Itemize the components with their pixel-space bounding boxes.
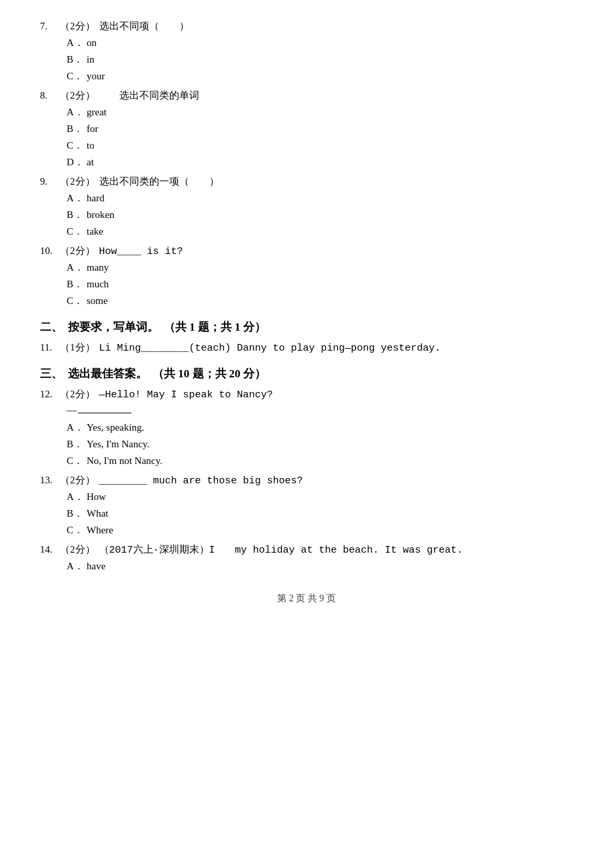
q9-score: （2分） bbox=[60, 175, 95, 188]
q10-optB-text: much bbox=[87, 279, 109, 290]
q10-text: How____ is it? bbox=[99, 246, 574, 257]
page-footer: 第 2 页 共 9 页 bbox=[40, 593, 573, 605]
q7-optB-text: in bbox=[87, 54, 95, 65]
q9-optB-text: broken bbox=[87, 209, 115, 221]
q13-score: （2分） bbox=[60, 474, 95, 487]
q10-optC: C． some bbox=[40, 295, 573, 307]
q12-optB-label: B． bbox=[67, 438, 87, 451]
q10-optA: A． many bbox=[40, 261, 573, 274]
section1-questions: 7. （2分） 选出不同项（ ） A． on B． in C． your 8. … bbox=[40, 20, 573, 307]
q13-text: ________ much are those big shoes? bbox=[99, 475, 574, 487]
q9-optC: C． take bbox=[40, 225, 573, 238]
q9-num: 9. bbox=[40, 176, 60, 187]
q12-optA-label: A． bbox=[67, 421, 87, 434]
q9-optB: B． broken bbox=[40, 209, 573, 221]
q8-optB-text: for bbox=[87, 123, 99, 135]
q14-optA-label: A． bbox=[67, 560, 87, 573]
q9-optC-text: take bbox=[87, 226, 103, 237]
q12-blank bbox=[78, 413, 131, 413]
section2-header: 二、 按要求，写单词。 （共 1 题；共 1 分） bbox=[40, 319, 573, 335]
q8-optC-text: to bbox=[87, 140, 95, 151]
footer-text: 第 2 页 共 9 页 bbox=[277, 593, 336, 603]
q13-optA-label: A． bbox=[67, 491, 87, 503]
q10-optA-text: many bbox=[87, 262, 109, 273]
q12-optB: B． Yes, I'm Nancy. bbox=[40, 438, 573, 451]
question-13: 13. （2分） ________ much are those big sho… bbox=[40, 474, 573, 537]
q10-optB-label: B． bbox=[67, 278, 87, 291]
section2-summary: （共 1 题；共 1 分） bbox=[164, 319, 266, 335]
q8-optA-label: A． bbox=[67, 106, 87, 119]
q9-optA-label: A． bbox=[67, 192, 87, 205]
q8-optA: A． great bbox=[40, 106, 573, 119]
q13-optB: B． What bbox=[40, 507, 573, 520]
section2-title: 按要求，写单词。 bbox=[68, 319, 159, 335]
question-8: 8. （2分） 选出不同类的单词 A． great B． for C． to D… bbox=[40, 89, 573, 169]
q7-optB-label: B． bbox=[67, 53, 87, 66]
section3-num: 三、 bbox=[40, 366, 63, 381]
q9-optB-label: B． bbox=[67, 209, 87, 221]
question-9: 9. （2分） 选出不同类的一项（ ） A． hard B． broken C．… bbox=[40, 175, 573, 238]
q10-optA-label: A． bbox=[67, 261, 87, 274]
q9-optA-text: hard bbox=[87, 193, 105, 204]
q7-optB: B． in bbox=[40, 53, 573, 66]
q13-optA-text: How bbox=[87, 491, 106, 503]
q10-score: （2分） bbox=[60, 245, 95, 257]
section3-title: 选出最佳答案。 bbox=[68, 366, 147, 381]
q13-optA: A． How bbox=[40, 491, 573, 503]
q13-optC-label: C． bbox=[67, 524, 87, 537]
q10-num: 10. bbox=[40, 245, 60, 257]
question-14: 14. （2分） （2017六上·深圳期末）I my holiday at th… bbox=[40, 543, 573, 573]
q12-text: —Hello! May I speak to Nancy? bbox=[99, 389, 574, 401]
q7-num: 7. bbox=[40, 21, 60, 32]
q12-optB-text: Yes, I'm Nancy. bbox=[87, 439, 149, 450]
q10-optC-text: some bbox=[87, 295, 108, 307]
question-7: 7. （2分） 选出不同项（ ） A． on B． in C． your bbox=[40, 20, 573, 83]
q7-text: 选出不同项（ ） bbox=[99, 20, 574, 33]
q12-score: （2分） bbox=[60, 388, 95, 401]
question-10: 10. （2分） How____ is it? A． many B． much … bbox=[40, 245, 573, 307]
q14-score: （2分） bbox=[60, 543, 95, 556]
q8-text: 选出不同类的单词 bbox=[99, 89, 574, 102]
q8-optD-label: D． bbox=[67, 156, 87, 169]
q11-num: 11. bbox=[40, 342, 60, 353]
q10-optB: B． much bbox=[40, 278, 573, 291]
q11-score: （1分） bbox=[60, 341, 95, 354]
q8-optC-label: C． bbox=[67, 139, 87, 152]
q14-optA: A． have bbox=[40, 560, 573, 573]
q13-optC-text: Where bbox=[87, 525, 113, 536]
q9-optC-label: C． bbox=[67, 225, 87, 238]
q8-optC: C． to bbox=[40, 139, 573, 152]
q7-optC-text: your bbox=[87, 71, 105, 82]
section3-summary: （共 10 题；共 20 分） bbox=[153, 366, 266, 381]
q8-optB: B． for bbox=[40, 123, 573, 135]
question-12: 12. （2分） —Hello! May I speak to Nancy? —… bbox=[40, 388, 573, 467]
q8-score: （2分） bbox=[60, 89, 95, 102]
q12-optC-text: No, I'm not Nancy. bbox=[87, 455, 163, 467]
q12-answer-blank: — bbox=[40, 405, 573, 416]
q11-text: Li Ming________(teach) Danny to play pin… bbox=[99, 343, 574, 354]
q14-optA-text: have bbox=[87, 561, 105, 572]
q7-optC-label: C． bbox=[67, 70, 87, 83]
q8-optB-label: B． bbox=[67, 123, 87, 135]
q13-optB-text: What bbox=[87, 508, 108, 519]
section3-header: 三、 选出最佳答案。 （共 10 题；共 20 分） bbox=[40, 366, 573, 381]
question-11: 11. （1分） Li Ming________(teach) Danny to… bbox=[40, 341, 573, 354]
q7-optA-label: A． bbox=[67, 37, 87, 49]
q8-optA-text: great bbox=[87, 107, 107, 118]
q7-optA-text: on bbox=[87, 37, 97, 49]
q13-optB-label: B． bbox=[67, 507, 87, 520]
q7-optC: C． your bbox=[40, 70, 573, 83]
q8-optD: D． at bbox=[40, 156, 573, 169]
q7-optA: A． on bbox=[40, 37, 573, 49]
q14-num: 14. bbox=[40, 544, 60, 555]
section2-num: 二、 bbox=[40, 319, 63, 335]
q9-text: 选出不同类的一项（ ） bbox=[99, 175, 574, 188]
q12-optC-label: C． bbox=[67, 455, 87, 467]
q13-optC: C． Where bbox=[40, 524, 573, 537]
q12-num: 12. bbox=[40, 389, 60, 400]
q8-num: 8. bbox=[40, 90, 60, 101]
q7-score: （2分） bbox=[60, 20, 95, 33]
q12-optA: A． Yes, speaking. bbox=[40, 421, 573, 434]
q12-optA-text: Yes, speaking. bbox=[87, 422, 144, 433]
q8-optD-text: at bbox=[87, 157, 94, 168]
